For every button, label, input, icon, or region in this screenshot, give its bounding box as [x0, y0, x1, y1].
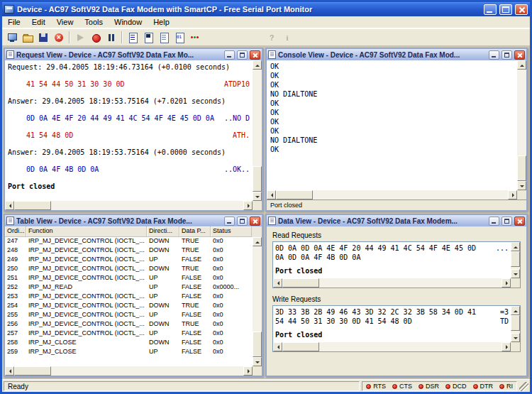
scroll-up-button[interactable] [517, 60, 526, 70]
table-row[interactable]: 249 IRP_MJ_DEVICE_CONTROL (IOCTL_... UP … [5, 256, 253, 265]
table-row[interactable]: 259 IRP_MJ_CLOSE UP FALSE 0x0 [5, 348, 253, 357]
menu-tools[interactable]: Tools [79, 17, 109, 27]
scroll-right-button[interactable] [501, 342, 511, 351]
request-view-titlebar[interactable]: Request View - Device - AC97 SoftV92 Dat… [5, 49, 262, 60]
scroll-down-button[interactable] [511, 269, 520, 278]
pause-button[interactable] [104, 30, 119, 45]
scroll-right-button[interactable] [243, 366, 253, 376]
menu-window[interactable]: Window [109, 17, 148, 27]
close-button[interactable] [515, 4, 528, 15]
scroll-left-button[interactable] [267, 190, 276, 199]
modem-lines-button[interactable] [187, 30, 203, 45]
about-button[interactable] [279, 30, 295, 45]
close-button[interactable] [514, 50, 525, 60]
minimize-button[interactable] [224, 50, 235, 60]
column-status[interactable]: Status [211, 226, 252, 237]
start-monitoring-button[interactable] [72, 30, 88, 45]
scrollbar-thumb[interactable] [253, 166, 262, 192]
scrollbar-track[interactable] [517, 70, 526, 181]
scrollbar-track[interactable] [282, 278, 501, 288]
scrollbar-track[interactable] [511, 315, 520, 333]
scroll-down-button[interactable] [517, 181, 526, 190]
maximize-button[interactable] [501, 217, 512, 226]
titlebar[interactable]: Device - AC97 SoftV92 Data Fax Modem wit… [2, 2, 530, 16]
scroll-up-button[interactable] [511, 242, 520, 251]
menu-edit[interactable]: Edit [26, 17, 51, 27]
table-row[interactable]: 254 IRP_MJ_DEVICE_CONTROL (IOCTL_... DOW… [5, 302, 253, 311]
column-function[interactable]: Function [26, 226, 147, 237]
close-button[interactable] [250, 217, 260, 226]
scroll-right-button[interactable] [501, 278, 511, 288]
close-button[interactable] [250, 50, 260, 60]
scrollbar-thumb[interactable] [14, 201, 51, 210]
new-session-button[interactable] [4, 30, 20, 45]
horizontal-scrollbar[interactable] [5, 201, 262, 210]
table-view-titlebar[interactable]: Table View - Device - AC97 SoftV92 Data … [5, 215, 262, 226]
scrollbar-track[interactable] [14, 201, 243, 210]
maximize-button[interactable] [237, 217, 248, 226]
scroll-left-button[interactable] [5, 201, 14, 210]
vertical-scrollbar[interactable] [253, 237, 262, 366]
table-row[interactable]: 255 IRP_MJ_DEVICE_CONTROL (IOCTL_... UP … [5, 311, 253, 320]
table-view-button[interactable] [156, 30, 172, 45]
menu-help[interactable]: Help [148, 17, 175, 27]
record-button[interactable] [88, 30, 104, 45]
scroll-left-button[interactable] [273, 342, 282, 351]
maximize-button[interactable] [237, 50, 248, 60]
scroll-down-button[interactable] [511, 333, 520, 342]
close-session-button[interactable] [51, 30, 67, 45]
table-row[interactable]: 257 IRP_MJ_DEVICE_CONTROL (IOCTL_... UP … [5, 329, 253, 339]
scroll-up-button[interactable] [253, 237, 262, 246]
data-view-button[interactable] [172, 30, 187, 45]
scrollbar-thumb[interactable] [511, 315, 520, 331]
console-view-button[interactable] [140, 30, 156, 45]
open-button[interactable] [20, 30, 35, 45]
horizontal-scrollbar[interactable] [273, 278, 520, 288]
table-row[interactable]: 258 IRP_MJ_CLOSE DOWN FALSE 0x0 [5, 339, 253, 348]
scroll-up-button[interactable] [511, 306, 520, 315]
scroll-right-button[interactable] [508, 190, 517, 199]
request-view-button[interactable] [125, 30, 140, 45]
vertical-scrollbar[interactable] [511, 242, 520, 278]
column-ordinal[interactable]: Ordi... [5, 226, 26, 237]
table-row[interactable]: 251 IRP_MJ_DEVICE_CONTROL (IOCTL_... UP … [5, 274, 253, 283]
vertical-scrollbar[interactable] [517, 60, 526, 190]
scroll-down-button[interactable] [253, 192, 262, 201]
save-button[interactable] [35, 30, 51, 45]
maximize-button[interactable] [501, 50, 512, 60]
table-row[interactable]: 256 IRP_MJ_DEVICE_CONTROL (IOCTL_... DOW… [5, 320, 253, 329]
resize-grip[interactable] [519, 382, 528, 391]
scrollbar-track[interactable] [253, 246, 262, 357]
horizontal-scrollbar[interactable] [5, 366, 262, 376]
menu-view[interactable]: View [51, 17, 79, 27]
scrollbar-thumb[interactable] [253, 332, 262, 357]
horizontal-scrollbar[interactable] [273, 342, 520, 351]
column-direction[interactable]: Directi... [147, 226, 179, 237]
scrollbar-thumb[interactable] [14, 366, 51, 376]
help-button[interactable] [264, 30, 279, 45]
scrollbar-thumb[interactable] [282, 342, 319, 351]
column-data-present[interactable]: Data P... [179, 226, 211, 237]
scroll-right-button[interactable] [243, 201, 253, 210]
minimize-button[interactable] [489, 217, 499, 226]
scroll-up-button[interactable] [253, 60, 262, 70]
scrollbar-track[interactable] [276, 190, 508, 199]
horizontal-scrollbar[interactable] [267, 190, 526, 199]
scroll-down-button[interactable] [253, 357, 262, 366]
scrollbar-track[interactable] [282, 342, 501, 351]
scrollbar-thumb[interactable] [276, 190, 313, 199]
scrollbar-track[interactable] [253, 70, 262, 192]
vertical-scrollbar[interactable] [511, 306, 520, 342]
maximize-button[interactable] [499, 4, 512, 15]
scrollbar-thumb[interactable] [511, 251, 520, 267]
minimize-button[interactable] [224, 217, 235, 226]
minimize-button[interactable] [484, 4, 497, 15]
table-row[interactable]: 250 IRP_MJ_DEVICE_CONTROL (IOCTL_... DOW… [5, 265, 253, 274]
table-row[interactable]: 247 IRP_MJ_DEVICE_CONTROL (IOCTL_... DOW… [5, 237, 253, 246]
scrollbar-thumb[interactable] [282, 278, 319, 288]
minimize-button[interactable] [489, 50, 499, 60]
console-view-titlebar[interactable]: Console View - Device - AC97 SoftV92 Dat… [267, 49, 526, 60]
scroll-left-button[interactable] [273, 278, 282, 288]
scrollbar-thumb[interactable] [517, 155, 526, 181]
table-row[interactable]: 248 IRP_MJ_DEVICE_CONTROL (IOCTL_... DOW… [5, 246, 253, 256]
